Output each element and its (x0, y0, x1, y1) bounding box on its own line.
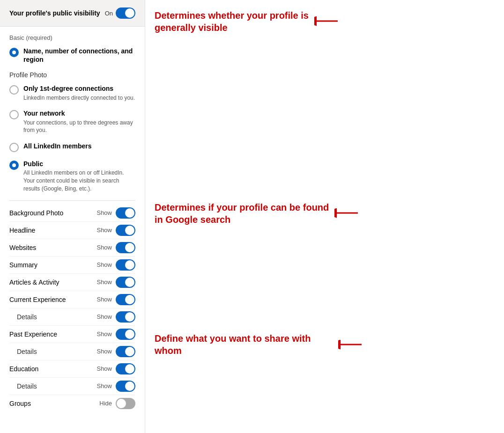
toggle-show-label-past-experience: Show (96, 330, 112, 338)
radio-item-name-connections: Name, number of connections, and region (9, 47, 135, 64)
toggle-row-label-current-experience: Current Experience (9, 296, 66, 303)
radio-public[interactable] (9, 161, 19, 170)
toggle-background-photo[interactable] (116, 207, 135, 219)
toggle-row-groups: GroupsHide (9, 395, 135, 412)
right-panel: Determines whether your profile isgenera… (145, 0, 504, 433)
radio-item-public: Public All LinkedIn members on or off Li… (9, 160, 135, 193)
toggle-groups[interactable] (116, 398, 135, 409)
toggle-current-experience[interactable] (116, 294, 135, 305)
toggle-row-current-experience-details: DetailsShow (9, 308, 135, 326)
toggle-row-headline: HeadlineShow (9, 222, 135, 239)
radio-item-all-linkedin: All LinkedIn members (9, 142, 135, 152)
toggle-show-label-education-details: Show (96, 382, 112, 389)
toggle-row-past-experience: Past ExperienceShow (9, 326, 135, 343)
toggle-show-label-education: Show (96, 365, 112, 372)
panel-header: Your profile's public visibility On (0, 0, 145, 27)
toggle-row-summary: SummaryShow (9, 257, 135, 274)
toggle-show-label-past-experience-details: Show (96, 348, 112, 355)
toggle-row-education: EducationShow (9, 360, 135, 378)
toggle-row-label-headline: Headline (9, 227, 35, 234)
radio-first-degree-sub: LinkedIn members directly connected to y… (23, 94, 135, 102)
annotation-2-arrow (334, 201, 363, 225)
toggle-row-education-details: DetailsShow (9, 378, 135, 395)
main-visibility-toggle[interactable] (116, 7, 135, 19)
divider-1 (9, 200, 135, 201)
toggle-show-label-groups: Hide (99, 400, 112, 407)
toggle-row-label-education: Education (9, 365, 38, 373)
toggle-row-label-summary: Summary (9, 261, 37, 269)
toggle-show-label-background-photo: Show (96, 209, 112, 216)
radio-name-connections-label: Name, number of connections, and region (23, 47, 135, 64)
toggle-current-experience-details[interactable] (116, 311, 135, 323)
radio-all-linkedin[interactable] (9, 143, 19, 152)
toggle-show-label-websites: Show (96, 244, 112, 251)
left-panel: Your profile's public visibility On Basi… (0, 0, 145, 433)
toggle-show-label-summary: Show (96, 261, 112, 268)
radio-public-sub: All LinkedIn members on or off LinkedIn.… (23, 169, 135, 192)
toggle-row-articles-activity: Articles & ActivityShow (9, 274, 135, 291)
annotation-3-arrow (338, 333, 366, 356)
radio-first-degree-label: Only 1st-degree connections (23, 84, 135, 93)
annotation-1-arrow (314, 9, 342, 33)
radio-first-degree[interactable] (9, 85, 19, 95)
toggle-row-label-articles-activity: Articles & Activity (9, 279, 59, 286)
toggle-show-label-current-experience: Show (96, 296, 112, 303)
toggle-past-experience-details[interactable] (116, 346, 135, 357)
toggle-row-label-background-photo: Background Photo (9, 209, 63, 217)
radio-your-network-label: Your network (23, 109, 135, 117)
main-toggle-label: On (105, 10, 113, 17)
profile-photo-section-title: Profile Photo (9, 71, 135, 79)
radio-your-network[interactable] (9, 110, 19, 119)
toggle-show-label-articles-activity: Show (96, 279, 112, 286)
toggle-rows-container: Background PhotoShowHeadlineShowWebsites… (9, 205, 135, 412)
toggle-summary[interactable] (116, 259, 135, 271)
toggle-articles-activity[interactable] (116, 277, 135, 288)
toggle-row-past-experience-details: DetailsShow (9, 343, 135, 360)
annotation-1: Determines whether your profile isgenera… (155, 9, 342, 34)
toggle-show-label-current-experience-details: Show (96, 313, 112, 320)
toggle-row-label-past-experience-details: Details (9, 348, 37, 355)
main-toggle-container: On (105, 7, 135, 19)
annotation-2-text: Determines if your profile can be foundi… (155, 201, 329, 226)
radio-public-label: Public (23, 160, 135, 168)
toggle-education-details[interactable] (116, 381, 135, 392)
toggle-education[interactable] (116, 363, 135, 374)
annotation-3-text: Define what you want to share with whom (155, 332, 333, 357)
annotation-1-text: Determines whether your profile isgenera… (155, 9, 309, 34)
basic-section-label: Basic (required) (9, 34, 135, 41)
toggle-row-current-experience: Current ExperienceShow (9, 291, 135, 308)
toggle-row-label-education-details: Details (9, 382, 37, 390)
toggle-websites[interactable] (116, 242, 135, 253)
toggle-row-background-photo: Background PhotoShow (9, 205, 135, 222)
panel-content: Basic (required) Name, number of connect… (0, 27, 145, 419)
toggle-headline[interactable] (116, 225, 135, 236)
main-layout: Your profile's public visibility On Basi… (0, 0, 504, 433)
radio-name-connections[interactable] (9, 48, 19, 57)
toggle-row-label-current-experience-details: Details (9, 313, 37, 321)
toggle-row-label-past-experience: Past Experience (9, 330, 57, 338)
radio-your-network-sub: Your connections, up to three degrees aw… (23, 119, 135, 135)
annotation-2: Determines if your profile can be foundi… (155, 201, 363, 226)
radio-all-linkedin-label: All LinkedIn members (23, 142, 135, 150)
radio-item-your-network: Your network Your connections, up to thr… (9, 109, 135, 134)
toggle-past-experience[interactable] (116, 329, 135, 340)
toggle-row-label-groups: Groups (9, 400, 31, 407)
annotation-3: Define what you want to share with whom (155, 332, 366, 357)
radio-item-first-degree: Only 1st-degree connections LinkedIn mem… (9, 84, 135, 102)
panel-title: Your profile's public visibility (9, 9, 100, 17)
toggle-row-websites: WebsitesShow (9, 239, 135, 257)
toggle-row-label-websites: Websites (9, 244, 36, 251)
toggle-show-label-headline: Show (96, 227, 112, 234)
